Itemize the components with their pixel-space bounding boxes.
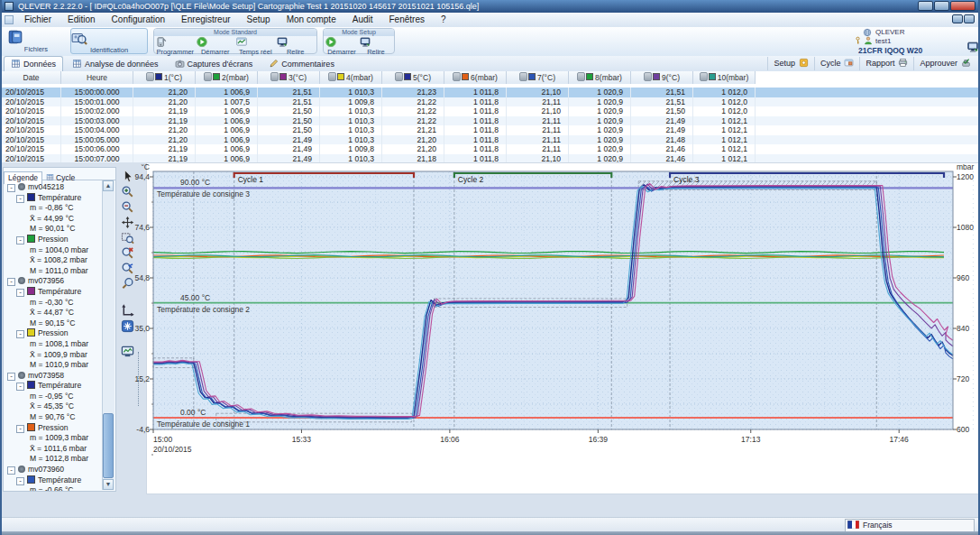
legend-channel-temperature[interactable]: -Température: [5, 193, 115, 204]
thermometer-icon: [270, 72, 279, 81]
toolbar-button-relire[interactable]: Relire: [359, 36, 393, 56]
cell: 1 012,1: [693, 116, 756, 126]
cell: 21,49: [631, 116, 693, 126]
column-label: 4(mbar): [346, 73, 373, 82]
tab-donnees[interactable]: Données: [4, 56, 63, 72]
column-label: 1(°C): [164, 73, 182, 82]
collapse-icon[interactable]: -: [7, 466, 15, 475]
monitor-icon: [359, 36, 393, 48]
language-selector[interactable]: Français: [845, 519, 975, 532]
legend-sensor-mv073956[interactable]: -mv073956: [5, 276, 115, 287]
toolbar-button-programmer[interactable]: Programmer: [155, 36, 196, 56]
table-row[interactable]: 20/10/201515:00:01.00021,201 007,521,511…: [2, 97, 978, 107]
column-header-1-c[interactable]: 1(°C): [133, 71, 196, 84]
mdi-restore-button[interactable]: [952, 14, 963, 23]
legend-sensor-mv045218[interactable]: -mv045218: [5, 182, 115, 193]
cell: 21,21: [382, 125, 444, 135]
table-row[interactable]: 20/10/201515:00:05.00021,201 006,921,491…: [2, 135, 978, 145]
table-row[interactable]: 20/10/201515:00:02.00021,191 006,921,501…: [2, 106, 978, 116]
table-row[interactable]: 20/10/201515:00:03.00021,191 006,921,501…: [2, 116, 978, 126]
toolbar-button-demarrer[interactable]: Démarrer: [196, 36, 236, 56]
column-header-5-c[interactable]: 5(°C): [382, 71, 444, 84]
tab-analyse-de-donnees[interactable]: Analyse de données: [65, 56, 166, 72]
legend-channel-temperature[interactable]: -Température: [5, 381, 115, 392]
cell: 1 020,9: [569, 97, 631, 107]
channel-label: Température: [38, 287, 81, 296]
toolbar-button-identification[interactable]: Identification: [70, 28, 148, 54]
legend-scrollbar[interactable]: ▲ ▼: [102, 180, 114, 490]
menu-item-configuration[interactable]: Configuration: [104, 13, 173, 27]
cell: 1 010,3: [320, 88, 382, 97]
legend-sensor-mv073958[interactable]: -mv073958: [5, 371, 115, 382]
minimize-button[interactable]: [918, 1, 933, 11]
table-row[interactable]: 20/10/201515:00:00.00021,201 006,921,511…: [2, 88, 978, 97]
collapse-icon[interactable]: -: [16, 425, 24, 433]
collapse-icon[interactable]: -: [16, 195, 24, 203]
scrollbar-thumb[interactable]: [103, 413, 114, 478]
collapse-icon[interactable]: -: [16, 383, 24, 391]
files-icon: [7, 29, 65, 45]
collapse-icon[interactable]: -: [16, 477, 24, 485]
collapse-icon[interactable]: -: [7, 278, 15, 286]
column-header-8-mbar[interactable]: 8(mbar): [569, 71, 631, 84]
column-header-9-c[interactable]: 9(°C): [631, 71, 693, 84]
legend-stat: m = -0,66 °C: [5, 485, 115, 492]
legend-stat: M = 1011,0 mbar: [5, 266, 115, 277]
action-button-cycle[interactable]: Cycle: [814, 57, 860, 70]
cell: 1 006,9: [196, 106, 258, 116]
menu-item-setup[interactable]: Setup: [239, 13, 279, 27]
collapse-icon[interactable]: -: [16, 330, 24, 338]
column-label: 9(°C): [662, 73, 680, 82]
mdi-close-button[interactable]: [964, 14, 975, 23]
tab-commentaires[interactable]: Commentaires: [261, 56, 342, 72]
stat-value: X̄ = 1011,6 mbar: [30, 444, 87, 453]
collapse-icon[interactable]: -: [7, 373, 15, 381]
collapse-icon[interactable]: -: [7, 184, 15, 192]
collapse-icon[interactable]: -: [16, 289, 24, 297]
action-button-approuver[interactable]: Approuver: [913, 57, 976, 70]
legend-channel-temperature[interactable]: -Température: [5, 475, 115, 486]
menu-item-mon-compte[interactable]: Mon compte: [279, 13, 344, 27]
column-header-4-mbar[interactable]: 4(mbar): [320, 71, 382, 84]
legend-channel-temperature[interactable]: -Température: [5, 287, 115, 298]
column-header-date[interactable]: Date: [2, 71, 61, 84]
legend-channel-pression[interactable]: -Pression: [5, 328, 115, 339]
toolbar-button-demarrer[interactable]: Démarrer: [325, 36, 359, 56]
menu-item-fenetres[interactable]: Fenêtres: [381, 13, 433, 27]
column-header-3-c[interactable]: 3(°C): [258, 71, 320, 84]
maximize-button[interactable]: [934, 1, 949, 11]
table-row[interactable]: 20/10/201515:00:06.00021,191 006,921,491…: [2, 144, 978, 154]
menu-item-enregistreur[interactable]: Enregistreur: [173, 13, 238, 27]
chart-plot[interactable]: 90.00 °CTempérature de consigne 345.00 °…: [126, 164, 980, 467]
legend-channel-pression[interactable]: -Pression: [5, 235, 115, 245]
column-header-heure[interactable]: Heure: [61, 71, 133, 84]
column-label: 3(°C): [289, 73, 307, 82]
cell: 21,19: [133, 116, 196, 126]
x-tick: 16:06: [440, 435, 460, 444]
display-icon[interactable]: [966, 41, 980, 53]
tab-captures-d-ecrans[interactable]: Captures d'écrans: [168, 56, 261, 72]
toolbar-button-fichiers[interactable]: Fichiers: [7, 28, 65, 54]
menu-item-audit[interactable]: Audit: [344, 13, 381, 27]
menu-item-edition[interactable]: Edition: [60, 13, 104, 27]
menu-item-fichier[interactable]: Fichier: [16, 13, 60, 27]
close-button[interactable]: [950, 1, 975, 11]
column-header-10-mbar[interactable]: 10(mbar): [693, 71, 756, 84]
scroll-down-icon[interactable]: ▼: [103, 479, 114, 490]
action-button-rapport[interactable]: Rapport: [859, 57, 913, 70]
toolbar-button-temps-reel[interactable]: Temps réel: [235, 36, 276, 56]
column-header-6-mbar[interactable]: 6(mbar): [444, 71, 507, 84]
scroll-up-icon[interactable]: ▲: [103, 180, 114, 191]
toolbar-button-relire[interactable]: Relire: [276, 36, 316, 56]
column-header-2-mbar[interactable]: 2(mbar): [196, 71, 258, 84]
action-button-setup[interactable]: Setup: [767, 57, 814, 70]
table-row[interactable]: 20/10/201515:00:04.00021,201 006,921,501…: [2, 125, 978, 135]
legend-sensor-mv073960[interactable]: -mv073960: [5, 465, 115, 475]
application-window: QLEVER 2.2.22.0 - [ ID#QLc0a4hoO007p [\Q…: [0, 0, 980, 535]
column-header-7-c[interactable]: 7(°C): [507, 71, 569, 84]
stat-value: X̄ = 44,99 °C: [30, 214, 74, 223]
user-info-block: QLEVER test1 21CFR IQOQ W20: [854, 28, 971, 55]
legend-channel-pression[interactable]: -Pression: [5, 423, 115, 434]
collapse-icon[interactable]: -: [16, 236, 24, 244]
menu-item-item[interactable]: ?: [433, 13, 454, 27]
